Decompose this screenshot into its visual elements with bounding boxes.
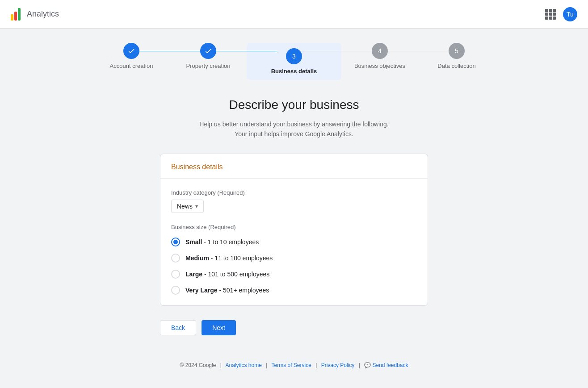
radio-text-very-large: Very Large - 501+ employees xyxy=(185,287,269,294)
size-label-medium: Medium xyxy=(185,254,209,262)
step-circle-2 xyxy=(200,43,216,59)
size-label-very-large: Very Large xyxy=(185,287,218,294)
footer: © 2024 Google | Analytics home | Terms o… xyxy=(160,362,428,379)
card-title: Business details xyxy=(171,163,223,171)
size-dash-small: - xyxy=(204,238,208,246)
step-circle-3: 3 xyxy=(286,48,302,64)
nav-left: Analytics xyxy=(11,8,59,21)
radio-inner-small xyxy=(173,240,178,244)
size-label-large: Large xyxy=(185,271,202,278)
page-subtitle-line2: Your input helps improve Google Analytic… xyxy=(235,130,353,138)
analytics-logo xyxy=(11,8,21,21)
step-account-creation: Account creation xyxy=(93,43,170,69)
back-button[interactable]: Back xyxy=(160,320,196,335)
radio-text-large: Large - 101 to 500 employees xyxy=(185,271,269,278)
card-body: Industry category (Required) News ▾ Busi… xyxy=(160,179,428,305)
step-connector-2 xyxy=(216,51,277,51)
privacy-link[interactable]: Privacy Policy xyxy=(321,362,355,368)
main-content: Account creation Property creation 3 Bus… xyxy=(0,29,588,388)
size-option-large[interactable]: Large - 101 to 500 employees xyxy=(171,270,417,279)
top-navigation: Analytics Tu xyxy=(0,0,588,29)
step-property-creation: Property creation xyxy=(170,43,247,69)
step-label-account-creation: Account creation xyxy=(110,63,153,69)
step-data-collection: 5 Data collection xyxy=(418,43,495,69)
radio-text-medium: Medium - 11 to 100 employees xyxy=(185,254,273,262)
radio-outer-medium xyxy=(171,254,180,263)
industry-dropdown[interactable]: News ▾ xyxy=(171,200,204,213)
size-desc-very-large: 501+ employees xyxy=(223,287,269,294)
size-option-small[interactable]: Small - 1 to 10 employees xyxy=(171,238,417,246)
step-label-property-creation: Property creation xyxy=(186,63,231,69)
step-connector-1 xyxy=(139,51,200,51)
step-connector-4 xyxy=(388,51,449,51)
step-business-details: 3 Business details xyxy=(247,43,341,80)
app-title: Analytics xyxy=(27,9,59,19)
user-avatar[interactable]: Tu xyxy=(563,7,577,21)
logo-bar-1 xyxy=(11,14,13,21)
industry-label: Industry category (Required) xyxy=(171,189,417,196)
button-row: Back Next xyxy=(160,320,428,335)
size-label: Business size (Required) xyxy=(171,224,417,230)
business-details-card: Business details Industry category (Requ… xyxy=(160,154,428,306)
size-dash-large: - xyxy=(204,271,208,278)
step-label-business-objectives: Business objectives xyxy=(354,63,405,69)
size-desc-large: 101 to 500 employees xyxy=(208,271,270,278)
industry-value: News xyxy=(177,203,193,210)
size-desc-medium: 11 to 100 employees xyxy=(214,254,273,262)
form-container: Describe your business Help us better un… xyxy=(160,98,428,379)
next-button[interactable]: Next xyxy=(202,320,236,335)
logo-bar-2 xyxy=(14,12,17,21)
step-circle-4: 4 xyxy=(372,43,388,59)
radio-outer-small xyxy=(171,238,180,246)
stepper: Account creation Property creation 3 Bus… xyxy=(93,43,495,80)
step-circle-5: 5 xyxy=(449,43,465,59)
card-header: Business details xyxy=(160,154,428,179)
size-dash-very-large: - xyxy=(219,287,223,294)
step-label-business-details: Business details xyxy=(271,68,317,75)
apps-icon[interactable] xyxy=(545,9,556,20)
nav-right: Tu xyxy=(545,7,577,21)
business-size-field: Business size (Required) Small - 1 to 10… xyxy=(171,224,417,295)
radio-text-small: Small - 1 to 10 employees xyxy=(185,238,259,246)
industry-category-field: Industry category (Required) News ▾ xyxy=(171,189,417,224)
footer-copyright: © 2024 Google xyxy=(180,362,216,368)
dropdown-arrow-icon: ▾ xyxy=(195,203,198,209)
step-label-data-collection: Data collection xyxy=(437,63,475,69)
analytics-home-link[interactable]: Analytics home xyxy=(226,362,262,368)
step-business-objectives: 4 Business objectives xyxy=(341,43,418,69)
step-circle-1 xyxy=(123,43,139,59)
step-connector-3 xyxy=(302,51,381,51)
size-desc-small: 1 to 10 employees xyxy=(208,238,259,246)
radio-outer-large xyxy=(171,270,180,279)
radio-outer-very-large xyxy=(171,286,180,295)
page-subtitle-line1: Help us better understand your business … xyxy=(199,121,388,128)
size-label-small: Small xyxy=(185,238,202,246)
size-option-medium[interactable]: Medium - 11 to 100 employees xyxy=(171,254,417,263)
page-subtitle: Help us better understand your business … xyxy=(160,119,428,139)
size-option-very-large[interactable]: Very Large - 501+ employees xyxy=(171,286,417,295)
feedback-icon: 💬 xyxy=(364,362,371,368)
feedback-link[interactable]: Send feedback xyxy=(372,362,408,368)
size-radio-group: Small - 1 to 10 employees Medium - xyxy=(171,238,417,295)
page-title: Describe your business xyxy=(160,98,428,112)
logo-bar-3 xyxy=(18,8,21,21)
terms-link[interactable]: Terms of Service xyxy=(271,362,311,368)
